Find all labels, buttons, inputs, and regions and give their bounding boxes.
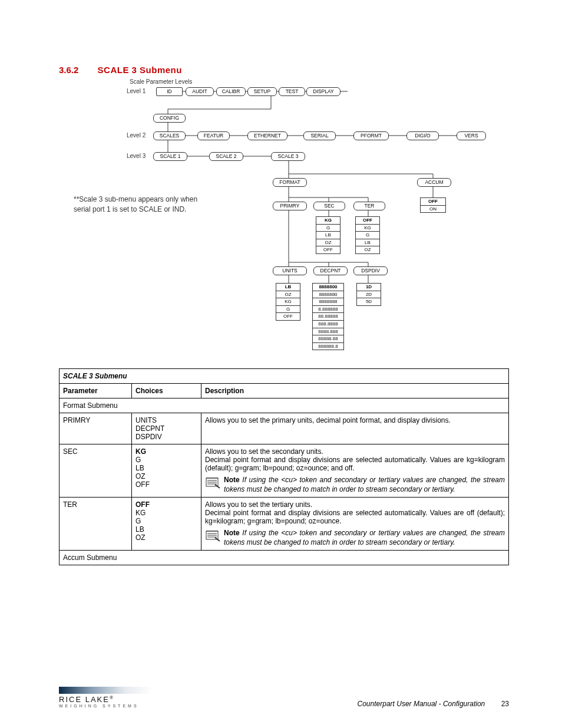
node-format: FORMAT — [273, 178, 307, 187]
section-heading: 3.6.2 SCALE 3 Submenu — [59, 65, 509, 75]
format-submenu-row: Format Submenu — [59, 398, 509, 413]
node-scale1: SCALE 1 — [153, 152, 187, 161]
ter-options: OFF KG G LB OZ — [355, 216, 380, 254]
node-serial: SERIAL — [303, 131, 336, 140]
note-icon — [205, 476, 222, 490]
table-caption: SCALE 3 Submenu — [59, 369, 509, 384]
accum-options: OFF ON — [420, 197, 446, 213]
node-scale3: SCALE 3 — [271, 152, 305, 161]
node-sec: SEC — [313, 202, 345, 210]
heading-number: 3.6.2 — [59, 65, 78, 75]
col-parameter: Parameter — [59, 384, 132, 398]
node-dspdiv: DSPDIV — [353, 266, 388, 275]
node-accum: ACCUM — [417, 178, 451, 187]
page-footer: RICE LAKE® WEIGHING SYSTEMS Counterpart … — [59, 687, 509, 708]
footer-right: Counterpart User Manual - Configuration … — [358, 700, 509, 708]
node-setup: SETUP — [247, 87, 277, 96]
node-ethernet: ETHERNET — [247, 131, 287, 140]
node-scales: SCALES — [153, 131, 186, 140]
node-display: DISPLAY — [306, 87, 340, 96]
node-ter: TER — [353, 202, 385, 210]
sec-options: KG G LB OZ OFF — [316, 216, 340, 254]
accum-submenu-row: Accum Submenu — [59, 551, 509, 565]
note-body: Note If using the <cu> token and seconda… — [224, 529, 505, 547]
node-primry: PRIMRY — [273, 202, 307, 210]
row-primry: PRIMRY UNITS DECPNT DSPDIV Allows you to… — [59, 413, 509, 444]
col-choices: Choices — [132, 384, 201, 398]
node-digio: DIGI/O — [406, 131, 439, 140]
node-decpnt: DECPNT — [313, 266, 348, 275]
parameter-table: SCALE 3 Submenu Parameter Choices Descri… — [59, 368, 509, 565]
menu-tree-diagram: Scale Parameter Levels Level 1 Level 2 L… — [94, 80, 542, 357]
node-scale2: SCALE 2 — [209, 152, 243, 161]
diagram-side-note: **Scale 3 sub-menu appears only when ser… — [74, 195, 197, 215]
decpnt-options: 8888800 8888880 8888888 8.888888 88.8888… — [312, 283, 344, 350]
node-calibr: CALIBR — [216, 87, 246, 96]
node-config: CONFIG — [153, 114, 186, 123]
node-units: UNITS — [273, 266, 307, 275]
node-vers: VERS — [457, 131, 486, 140]
units-options: LB OZ KG G OFF — [276, 283, 300, 321]
note-icon — [205, 529, 222, 543]
heading-title: SCALE 3 Submenu — [98, 65, 182, 75]
level1-label: Level 1 — [127, 88, 146, 94]
row-sec: SEC KG G LB OZ OFF Allows you to set the… — [59, 444, 509, 498]
col-description: Description — [201, 384, 509, 398]
node-audit: AUDIT — [186, 87, 214, 96]
note-body: Note If using the <cu> token and seconda… — [224, 476, 505, 494]
node-id: ID — [156, 87, 183, 96]
node-test: TEST — [279, 87, 305, 96]
scale-param-levels-label: Scale Parameter Levels — [130, 78, 192, 85]
dspdiv-options: 1D 2D 5D — [356, 283, 381, 306]
node-pformt: PFORMT — [353, 131, 389, 140]
node-featur: FEATUR — [197, 131, 230, 140]
level2-label: Level 2 — [127, 132, 146, 139]
brand-logo: RICE LAKE® WEIGHING SYSTEMS — [59, 687, 153, 708]
level3-label: Level 3 — [127, 153, 146, 159]
row-ter: TER OFF KG G LB OZ Allows you to set the… — [59, 498, 509, 551]
